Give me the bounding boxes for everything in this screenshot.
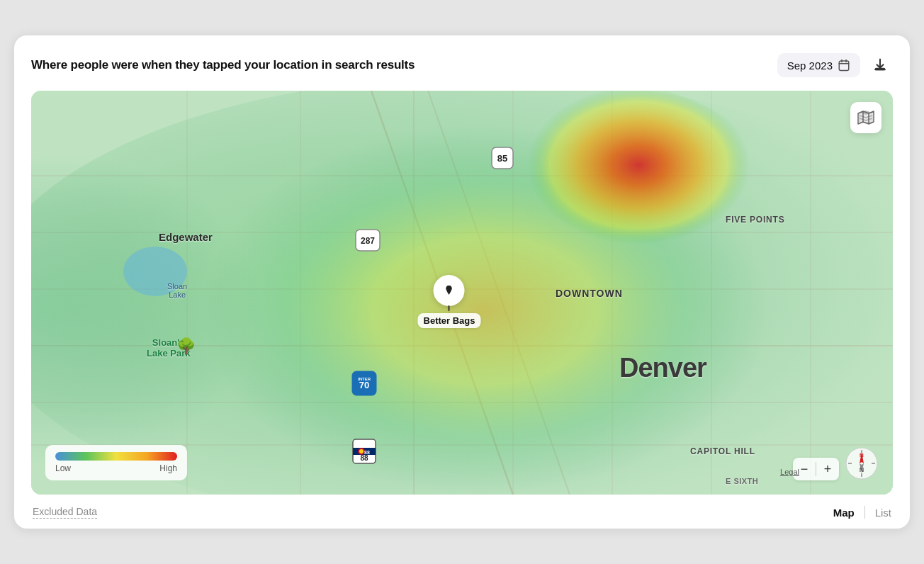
park-area <box>123 247 187 296</box>
footer: Excluded Data Map List <box>31 496 893 529</box>
date-picker-button[interactable]: Sep 2023 <box>777 53 860 77</box>
map-container[interactable]: Edgewater SloanLake Sloan'sLake Park DOW… <box>31 91 893 495</box>
view-toggle: Map List <box>833 506 891 519</box>
compass: N N <box>845 446 879 480</box>
legend-high-label: High <box>159 463 177 473</box>
page-title: Where people were when they tapped your … <box>31 58 415 72</box>
svg-text:85: 85 <box>497 153 507 164</box>
legend-low-label: Low <box>55 463 71 473</box>
excluded-data-link[interactable]: Excluded Data <box>33 506 97 519</box>
list-view-button[interactable]: List <box>875 507 891 519</box>
header: Where people were when they tapped your … <box>31 52 893 78</box>
location-pin: Better Bags <box>418 275 481 328</box>
svg-text:88: 88 <box>360 454 368 462</box>
svg-rect-0 <box>839 61 849 71</box>
header-controls: Sep 2023 <box>777 52 893 78</box>
heatmap-legend: Low High <box>45 445 187 480</box>
highway-70-shield: INTER 70 <box>351 371 377 396</box>
pin-bubble <box>434 275 465 306</box>
highway-85-shield: 85 <box>490 146 514 170</box>
map-layers-icon <box>857 109 874 126</box>
zoom-controls: − + <box>793 458 839 480</box>
main-card: Where people were when they tapped your … <box>14 35 910 529</box>
pin-dot-icon <box>444 283 454 298</box>
map-view-button[interactable]: Map <box>833 507 855 519</box>
svg-point-37 <box>359 449 364 453</box>
view-divider <box>864 506 865 519</box>
svg-text:N: N <box>860 466 864 473</box>
legal-link[interactable]: Legal <box>780 468 799 476</box>
legend-labels: Low High <box>55 463 177 473</box>
svg-text:N: N <box>860 452 864 458</box>
download-button[interactable] <box>867 52 893 78</box>
date-label: Sep 2023 <box>787 60 833 72</box>
legend-gradient-bar <box>55 452 177 461</box>
highway-88-shield: 88 88 <box>351 438 377 465</box>
calendar-icon <box>838 59 850 72</box>
svg-text:287: 287 <box>361 236 375 246</box>
download-icon <box>872 57 888 73</box>
pin-label: Better Bags <box>418 313 481 328</box>
lake-shape <box>123 247 187 296</box>
map-layers-button[interactable] <box>850 102 881 133</box>
park-tree-icon: 🌳 <box>176 337 196 356</box>
svg-text:70: 70 <box>359 380 369 390</box>
zoom-in-button[interactable]: + <box>816 458 839 480</box>
highway-287-shield: 287 <box>354 228 381 252</box>
